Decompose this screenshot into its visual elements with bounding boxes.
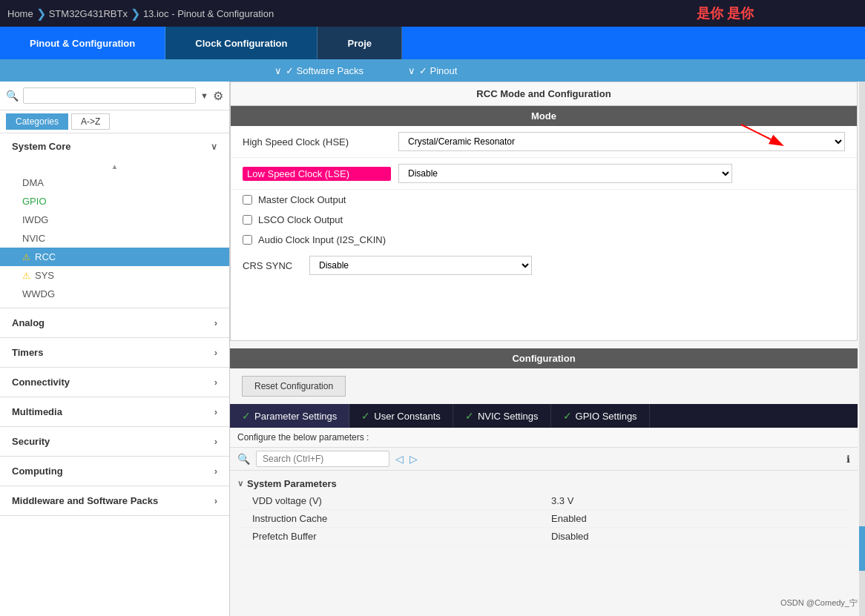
sidebar-security[interactable]: Security › [0, 427, 229, 457]
nvic-check-icon: ✓ [465, 410, 474, 422]
software-bar: ∨ ✓ Software Packs ∨ ✓ Pinout [0, 59, 865, 82]
info-icon[interactable]: ℹ [846, 454, 850, 465]
search-icon: 🔍 [6, 90, 19, 102]
param-row-prefetch: Prefetch Buffer Disabled [237, 528, 850, 546]
scrollbar-thumb[interactable] [859, 526, 865, 571]
breadcrumb-arrow-1: ❯ [36, 7, 46, 21]
scroll-indicator: ▲ [0, 159, 229, 173]
tab-gpio-settings[interactable]: ✓ GPIO Settings [551, 404, 650, 428]
gpio-check-icon: ✓ [563, 410, 572, 422]
crs-sync-select[interactable]: Disable [309, 256, 532, 275]
system-core-header[interactable]: System Core ∨ [0, 133, 229, 159]
tab-project[interactable]: Proje [318, 27, 402, 59]
master-clock-row: Master Clock Output [231, 190, 857, 210]
sys-warning-icon: ⚠ [22, 271, 30, 281]
prev-result-icon[interactable]: ◁ [395, 453, 404, 465]
audio-clock-row: Audio Clock Input (I2S_CKIN) [231, 230, 857, 250]
sidebar-item-iwdg[interactable]: IWDG [0, 211, 229, 229]
mode-spacer [231, 281, 857, 340]
sidebar-system-core: System Core ∨ ▲ DMA GPIO IWDG NVIC [0, 133, 229, 308]
home-label: Home [7, 8, 33, 19]
param-search-input[interactable] [256, 451, 389, 467]
right-scrollbar[interactable] [859, 82, 865, 616]
user-check-icon: ✓ [361, 410, 370, 422]
sidebar-item-wwdg[interactable]: WWDG [0, 285, 229, 303]
gear-icon[interactable]: ⚙ [213, 89, 223, 103]
connectivity-chevron: › [214, 377, 217, 388]
sidebar-analog[interactable]: Analog › [0, 308, 229, 338]
tab-a-to-z[interactable]: A->Z [71, 113, 110, 130]
sidebar-timers[interactable]: Timers › [0, 338, 229, 368]
rcc-warning-icon: ⚠ [22, 252, 30, 262]
system-core-items: DMA GPIO IWDG NVIC ⚠ RCC ⚠ SYS [0, 173, 229, 308]
audio-clock-label: Audio Clock Input (I2S_CKIN) [258, 234, 386, 245]
param-search-bar: 🔍 ◁ ▷ ℹ [230, 448, 858, 471]
tab-categories[interactable]: Categories [6, 113, 68, 130]
sidebar-multimedia[interactable]: Multimedia › [0, 397, 229, 427]
sidebar-item-sys[interactable]: ⚠ SYS [0, 266, 229, 285]
lsco-clock-label: LSCO Clock Output [258, 214, 343, 225]
sidebar: 🔍 ▼ ⚙ Categories A->Z System Core ∨ ▲ DM… [0, 82, 230, 616]
content-area: RCC Mode and Configuration Mode High Spe… [230, 82, 865, 616]
system-params-collapse-icon: ∨ [237, 479, 243, 489]
sidebar-middleware[interactable]: Middleware and Software Packs › [0, 486, 229, 516]
pinout-btn[interactable]: ∨ ✓ Pinout [386, 65, 479, 76]
mode-header: Mode [231, 106, 857, 126]
file-label: 13.ioc - Pinout & Configuration [143, 8, 274, 19]
sidebar-search-bar: 🔍 ▼ ⚙ [0, 82, 229, 110]
tab-pinout[interactable]: Pinout & Configuration [0, 27, 165, 59]
system-params-header[interactable]: ∨ System Parameters [237, 475, 850, 492]
lse-label: Low Speed Clock (LSE) [243, 167, 391, 181]
master-clock-checkbox[interactable] [243, 195, 252, 205]
breadcrumb-arrow-2: ❯ [131, 7, 140, 21]
crs-sync-label: CRS SYNC [243, 260, 302, 271]
analog-chevron: › [214, 317, 217, 328]
security-chevron: › [214, 436, 217, 447]
main-tab-bar: Pinout & Configuration Clock Configurati… [0, 27, 865, 59]
rcc-title: RCC Mode and Configuration [231, 82, 857, 106]
lse-select[interactable]: Disable [398, 164, 732, 183]
audio-clock-checkbox[interactable] [243, 235, 252, 245]
middleware-chevron: › [214, 495, 217, 506]
lsco-clock-checkbox[interactable] [243, 215, 252, 225]
sidebar-item-nvic[interactable]: NVIC [0, 229, 229, 248]
param-search-icon: 🔍 [237, 453, 250, 465]
hse-row: High Speed Clock (HSE) [231, 126, 857, 158]
mode-section: Mode High Speed Clock (HSE) [231, 106, 857, 340]
red-arrow-hse [741, 125, 786, 149]
config-header: Configuration [230, 348, 858, 368]
sidebar-item-rcc[interactable]: ⚠ RCC [0, 248, 229, 266]
computing-chevron: › [214, 466, 217, 477]
timers-chevron: › [214, 347, 217, 358]
system-core-arrow: ∨ [211, 142, 217, 152]
main-layout: 🔍 ▼ ⚙ Categories A->Z System Core ∨ ▲ DM… [0, 82, 865, 616]
tab-clock[interactable]: Clock Configuration [165, 27, 318, 59]
crs-sync-row: CRS SYNC Disable [231, 250, 857, 281]
reset-config-button[interactable]: Reset Configuration [242, 376, 346, 397]
lse-row: Low Speed Clock (LSE) Disable [231, 158, 857, 190]
sidebar-computing[interactable]: Computing › [0, 457, 229, 486]
next-result-icon[interactable]: ▷ [410, 453, 418, 465]
search-input[interactable] [23, 87, 196, 104]
hse-label: High Speed Clock (HSE) [243, 136, 391, 148]
breadcrumb-home[interactable]: Home [7, 8, 33, 19]
tab-user-constants[interactable]: ✓ User Constants [349, 404, 453, 428]
breadcrumb-chip[interactable]: STM32G431RBTx [49, 8, 128, 19]
tab-nvic-settings[interactable]: ✓ NVIC Settings [453, 404, 551, 428]
rcc-container: RCC Mode and Configuration Mode High Spe… [230, 82, 858, 341]
param-check-icon: ✓ [242, 410, 251, 422]
dropdown-arrow-icon[interactable]: ▼ [200, 91, 208, 100]
sidebar-tabs: Categories A->Z [0, 110, 229, 133]
breadcrumb-file[interactable]: 13.ioc - Pinout & Configuration [143, 8, 274, 19]
param-row-icache: Instruction Cache Enabled [237, 510, 850, 528]
software-packs-btn[interactable]: ∨ ✓ Software Packs [252, 65, 386, 76]
multimedia-chevron: › [214, 406, 217, 417]
chip-label: STM32G431RBTx [49, 8, 128, 19]
config-search-bar-label: Configure the below parameters : [230, 428, 858, 448]
tab-parameter-settings[interactable]: ✓ Parameter Settings [230, 404, 349, 428]
config-section: Configuration Reset Configuration ✓ Para… [230, 348, 858, 550]
sidebar-item-dma[interactable]: DMA [0, 173, 229, 192]
svg-line-1 [741, 125, 771, 139]
sidebar-item-gpio[interactable]: GPIO [0, 192, 229, 211]
sidebar-connectivity[interactable]: Connectivity › [0, 368, 229, 397]
